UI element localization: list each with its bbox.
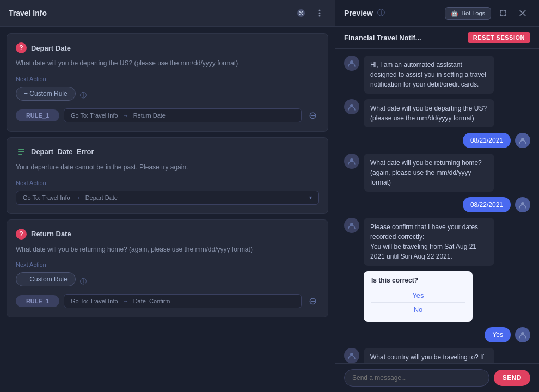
bot-bubble-5: What country will you be traveling to? I… — [364, 348, 494, 363]
reset-session-btn[interactable]: RESET SESSION — [468, 32, 530, 43]
goto-dropdown[interactable]: Go To: Travel Info → Depart Date ▾ — [16, 191, 319, 205]
depart-date-card: ? Depart Date What date will you be depa… — [7, 33, 328, 132]
bot-msg-2: What date will you be departing the US? … — [344, 99, 530, 127]
svg-point-3 — [319, 15, 321, 17]
cards-container: ? Depart Date What date will you be depa… — [0, 27, 335, 392]
bot-avatar-2 — [344, 99, 359, 114]
user-bubble-yes: Yes — [485, 327, 511, 342]
card-message-2: Your departure date cannot be in the pas… — [16, 163, 319, 172]
user-msg-2: 08/22/2021 — [344, 197, 530, 212]
preview-header: Preview ⓘ 🤖 Bot Logs — [335, 0, 539, 27]
close-preview-btn[interactable] — [515, 5, 530, 21]
expand-btn[interactable] — [495, 5, 511, 21]
choice-yes-btn[interactable]: Yes — [371, 289, 465, 302]
question-icon-3: ? — [16, 229, 27, 240]
bot-bubble-2: What date will you be departing the US? … — [364, 99, 494, 127]
arrow-icon-1: → — [122, 112, 129, 119]
user-bubble-1: 08/21/2021 — [463, 133, 511, 148]
card-message-3: What date will you be returning home? (a… — [16, 245, 319, 254]
card-header-2: Depart_Date_Error — [16, 146, 319, 157]
chat-messages: Hi, I am an automated assistant designed… — [335, 49, 539, 363]
send-btn[interactable]: SEND — [494, 370, 530, 386]
bot-avatar-1 — [344, 56, 359, 71]
header-close-btn[interactable] — [295, 7, 308, 20]
rule-destination-1: Go To: Travel Info → Return Date — [64, 108, 302, 122]
choice-no-btn[interactable]: No — [371, 302, 465, 316]
lines-icon — [16, 146, 27, 157]
bot-bubble-4: Please confirm that I have your dates re… — [364, 218, 494, 266]
rule-destination-3: Go To: Travel Info → Date_Confirm — [64, 294, 302, 308]
user-msg-3: Yes — [344, 327, 530, 342]
chevron-down-icon: ▾ — [309, 194, 312, 200]
svg-rect-4 — [18, 149, 24, 150]
user-bubble-2: 08/22/2021 — [463, 197, 511, 212]
info-icon-1[interactable]: ⓘ — [80, 91, 87, 100]
chat-input-bar: SEND — [335, 363, 539, 392]
user-avatar-2 — [515, 197, 530, 212]
bot-msg-1: Hi, I am an automated assistant designed… — [344, 56, 530, 94]
bot-avatar-3 — [344, 154, 359, 169]
question-icon: ? — [16, 42, 27, 53]
header-more-btn[interactable] — [313, 7, 326, 20]
card-header: ? Depart Date — [16, 42, 319, 53]
rule-row-3: RULE_1 Go To: Travel Info → Date_Confirm… — [16, 294, 319, 308]
user-avatar-3 — [515, 327, 530, 342]
svg-point-1 — [319, 10, 321, 11]
custom-rule-btn-3[interactable]: + Custom Rule — [16, 272, 76, 286]
bot-logs-btn[interactable]: 🤖 Bot Logs — [445, 7, 491, 20]
svg-point-2 — [319, 13, 321, 14]
bot-bubble-1: Hi, I am an automated assistant designed… — [364, 56, 494, 94]
app-title: Travel Info — [9, 9, 47, 17]
right-panel: Preview ⓘ 🤖 Bot Logs Financial Travel No… — [335, 0, 539, 392]
rule-badge-1: RULE_1 — [16, 109, 59, 121]
rule-row-2: Go To: Travel Info → Depart Date ▾ — [16, 191, 319, 205]
preview-label: Preview — [344, 9, 373, 17]
bot-msg-3: What date will you be returning home? (a… — [344, 154, 530, 192]
chat-title-bar: Financial Travel Notif... RESET SESSION — [335, 27, 539, 49]
svg-rect-6 — [18, 154, 22, 155]
depart-date-error-card: Depart_Date_Error Your departure date ca… — [7, 137, 328, 214]
card-message: What date will you be departing the US? … — [16, 59, 319, 68]
arrow-icon-3: → — [122, 297, 129, 305]
next-action-label-2: Next Action — [16, 180, 319, 186]
bot-msg-4: Please confirm that I have your dates re… — [344, 218, 530, 266]
remove-rule-btn-3[interactable]: ⊖ — [306, 295, 319, 308]
card-header-3: ? Return Date — [16, 229, 319, 240]
user-msg-1: 08/21/2021 — [344, 133, 530, 148]
rule-row-1: RULE_1 Go To: Travel Info → Return Date … — [16, 108, 319, 122]
bot-avatar-4 — [344, 218, 359, 233]
chat-input[interactable] — [344, 369, 489, 387]
svg-rect-5 — [18, 151, 24, 152]
bot-avatar-5 — [344, 348, 359, 363]
info-icon-3[interactable]: ⓘ — [80, 277, 87, 286]
arrow-icon-2: → — [75, 194, 81, 201]
return-date-card: ? Return Date What date will you be retu… — [7, 219, 328, 318]
header-actions — [295, 7, 326, 20]
next-action-label-3: Next Action — [16, 261, 319, 268]
rule-badge-3: RULE_1 — [16, 295, 59, 307]
custom-rule-btn-1[interactable]: + Custom Rule — [16, 87, 76, 101]
bot-icon: 🤖 — [451, 10, 458, 17]
card-title: Depart Date — [31, 44, 71, 52]
card-title-3: Return Date — [31, 230, 71, 238]
chat-title: Financial Travel Notif... — [344, 34, 421, 42]
remove-rule-btn-1[interactable]: ⊖ — [306, 109, 319, 122]
bot-msg-5: What country will you be traveling to? I… — [344, 348, 530, 363]
next-action-label: Next Action — [16, 76, 319, 82]
left-panel: Travel Info ? Depart Date — [0, 0, 335, 392]
choice-card: Is this correct? Yes No — [364, 271, 473, 322]
bot-bubble-3: What date will you be returning home? (a… — [364, 154, 494, 192]
preview-info-icon[interactable]: ⓘ — [377, 8, 385, 18]
choice-title: Is this correct? — [371, 277, 465, 284]
user-avatar-1 — [515, 133, 530, 148]
left-header: Travel Info — [0, 0, 335, 27]
card-title-2: Depart_Date_Error — [31, 148, 94, 156]
